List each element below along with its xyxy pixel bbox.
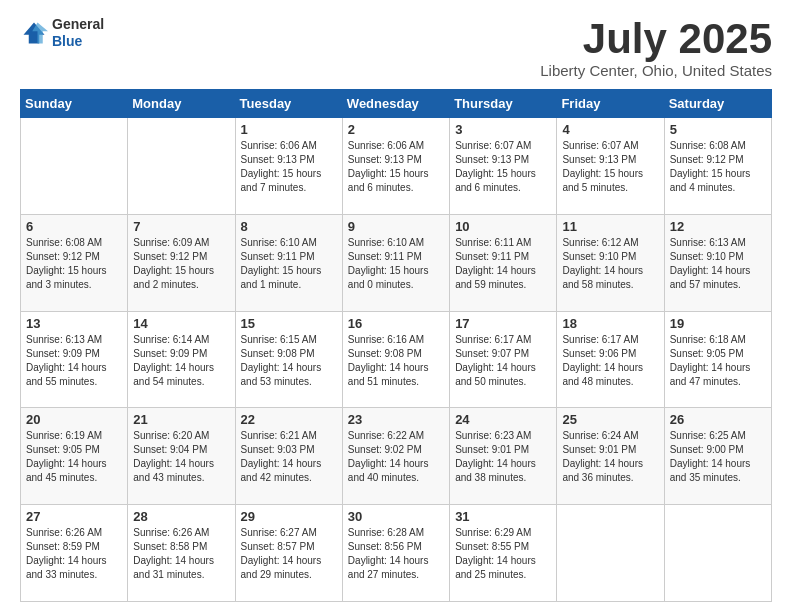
calendar-cell: 11Sunrise: 6:12 AM Sunset: 9:10 PM Dayli…: [557, 214, 664, 311]
header: General Blue July 2025 Liberty Center, O…: [20, 16, 772, 79]
day-number: 17: [455, 316, 551, 331]
day-number: 2: [348, 122, 444, 137]
calendar-cell: 30Sunrise: 6:28 AM Sunset: 8:56 PM Dayli…: [342, 505, 449, 602]
weekday-header-friday: Friday: [557, 90, 664, 118]
cell-content: Sunrise: 6:10 AM Sunset: 9:11 PM Dayligh…: [348, 236, 444, 292]
weekday-header-thursday: Thursday: [450, 90, 557, 118]
day-number: 15: [241, 316, 337, 331]
day-number: 29: [241, 509, 337, 524]
cell-content: Sunrise: 6:17 AM Sunset: 9:06 PM Dayligh…: [562, 333, 658, 389]
cell-content: Sunrise: 6:13 AM Sunset: 9:09 PM Dayligh…: [26, 333, 122, 389]
logo-text: General Blue: [52, 16, 104, 50]
week-row-4: 27Sunrise: 6:26 AM Sunset: 8:59 PM Dayli…: [21, 505, 772, 602]
title-block: July 2025 Liberty Center, Ohio, United S…: [540, 16, 772, 79]
day-number: 12: [670, 219, 766, 234]
cell-content: Sunrise: 6:24 AM Sunset: 9:01 PM Dayligh…: [562, 429, 658, 485]
day-number: 9: [348, 219, 444, 234]
cell-content: Sunrise: 6:11 AM Sunset: 9:11 PM Dayligh…: [455, 236, 551, 292]
cell-content: Sunrise: 6:10 AM Sunset: 9:11 PM Dayligh…: [241, 236, 337, 292]
cell-content: Sunrise: 6:17 AM Sunset: 9:07 PM Dayligh…: [455, 333, 551, 389]
calendar-cell: 27Sunrise: 6:26 AM Sunset: 8:59 PM Dayli…: [21, 505, 128, 602]
cell-content: Sunrise: 6:14 AM Sunset: 9:09 PM Dayligh…: [133, 333, 229, 389]
cell-content: Sunrise: 6:16 AM Sunset: 9:08 PM Dayligh…: [348, 333, 444, 389]
calendar-cell: 15Sunrise: 6:15 AM Sunset: 9:08 PM Dayli…: [235, 311, 342, 408]
calendar-cell: [557, 505, 664, 602]
cell-content: Sunrise: 6:20 AM Sunset: 9:04 PM Dayligh…: [133, 429, 229, 485]
calendar-cell: 24Sunrise: 6:23 AM Sunset: 9:01 PM Dayli…: [450, 408, 557, 505]
cell-content: Sunrise: 6:26 AM Sunset: 8:58 PM Dayligh…: [133, 526, 229, 582]
day-number: 5: [670, 122, 766, 137]
calendar-cell: 23Sunrise: 6:22 AM Sunset: 9:02 PM Dayli…: [342, 408, 449, 505]
day-number: 14: [133, 316, 229, 331]
day-number: 11: [562, 219, 658, 234]
cell-content: Sunrise: 6:28 AM Sunset: 8:56 PM Dayligh…: [348, 526, 444, 582]
day-number: 20: [26, 412, 122, 427]
week-row-3: 20Sunrise: 6:19 AM Sunset: 9:05 PM Dayli…: [21, 408, 772, 505]
calendar-cell: 19Sunrise: 6:18 AM Sunset: 9:05 PM Dayli…: [664, 311, 771, 408]
cell-content: Sunrise: 6:29 AM Sunset: 8:55 PM Dayligh…: [455, 526, 551, 582]
weekday-header-wednesday: Wednesday: [342, 90, 449, 118]
day-number: 16: [348, 316, 444, 331]
calendar-cell: 10Sunrise: 6:11 AM Sunset: 9:11 PM Dayli…: [450, 214, 557, 311]
cell-content: Sunrise: 6:08 AM Sunset: 9:12 PM Dayligh…: [670, 139, 766, 195]
cell-content: Sunrise: 6:15 AM Sunset: 9:08 PM Dayligh…: [241, 333, 337, 389]
cell-content: Sunrise: 6:06 AM Sunset: 9:13 PM Dayligh…: [348, 139, 444, 195]
calendar-cell: 4Sunrise: 6:07 AM Sunset: 9:13 PM Daylig…: [557, 118, 664, 215]
cell-content: Sunrise: 6:27 AM Sunset: 8:57 PM Dayligh…: [241, 526, 337, 582]
weekday-header-saturday: Saturday: [664, 90, 771, 118]
calendar-cell: [128, 118, 235, 215]
day-number: 22: [241, 412, 337, 427]
calendar-cell: 7Sunrise: 6:09 AM Sunset: 9:12 PM Daylig…: [128, 214, 235, 311]
calendar-cell: 22Sunrise: 6:21 AM Sunset: 9:03 PM Dayli…: [235, 408, 342, 505]
cell-content: Sunrise: 6:26 AM Sunset: 8:59 PM Dayligh…: [26, 526, 122, 582]
day-number: 18: [562, 316, 658, 331]
calendar-cell: 26Sunrise: 6:25 AM Sunset: 9:00 PM Dayli…: [664, 408, 771, 505]
day-number: 4: [562, 122, 658, 137]
logo-blue: Blue: [52, 33, 104, 50]
calendar-cell: 16Sunrise: 6:16 AM Sunset: 9:08 PM Dayli…: [342, 311, 449, 408]
logo-general: General: [52, 16, 104, 33]
cell-content: Sunrise: 6:18 AM Sunset: 9:05 PM Dayligh…: [670, 333, 766, 389]
day-number: 13: [26, 316, 122, 331]
calendar-cell: 29Sunrise: 6:27 AM Sunset: 8:57 PM Dayli…: [235, 505, 342, 602]
day-number: 30: [348, 509, 444, 524]
calendar-cell: 17Sunrise: 6:17 AM Sunset: 9:07 PM Dayli…: [450, 311, 557, 408]
calendar-cell: 12Sunrise: 6:13 AM Sunset: 9:10 PM Dayli…: [664, 214, 771, 311]
day-number: 28: [133, 509, 229, 524]
day-number: 3: [455, 122, 551, 137]
page: General Blue July 2025 Liberty Center, O…: [0, 0, 792, 612]
calendar-cell: 1Sunrise: 6:06 AM Sunset: 9:13 PM Daylig…: [235, 118, 342, 215]
calendar-cell: 2Sunrise: 6:06 AM Sunset: 9:13 PM Daylig…: [342, 118, 449, 215]
week-row-1: 6Sunrise: 6:08 AM Sunset: 9:12 PM Daylig…: [21, 214, 772, 311]
day-number: 27: [26, 509, 122, 524]
cell-content: Sunrise: 6:22 AM Sunset: 9:02 PM Dayligh…: [348, 429, 444, 485]
calendar-cell: 21Sunrise: 6:20 AM Sunset: 9:04 PM Dayli…: [128, 408, 235, 505]
cell-content: Sunrise: 6:06 AM Sunset: 9:13 PM Dayligh…: [241, 139, 337, 195]
day-number: 1: [241, 122, 337, 137]
day-number: 25: [562, 412, 658, 427]
calendar-cell: 8Sunrise: 6:10 AM Sunset: 9:11 PM Daylig…: [235, 214, 342, 311]
calendar-cell: [21, 118, 128, 215]
calendar-cell: 18Sunrise: 6:17 AM Sunset: 9:06 PM Dayli…: [557, 311, 664, 408]
day-number: 7: [133, 219, 229, 234]
day-number: 6: [26, 219, 122, 234]
weekday-header-tuesday: Tuesday: [235, 90, 342, 118]
cell-content: Sunrise: 6:13 AM Sunset: 9:10 PM Dayligh…: [670, 236, 766, 292]
weekday-header-monday: Monday: [128, 90, 235, 118]
week-row-2: 13Sunrise: 6:13 AM Sunset: 9:09 PM Dayli…: [21, 311, 772, 408]
logo-icon: [20, 19, 48, 47]
cell-content: Sunrise: 6:07 AM Sunset: 9:13 PM Dayligh…: [455, 139, 551, 195]
cell-content: Sunrise: 6:08 AM Sunset: 9:12 PM Dayligh…: [26, 236, 122, 292]
calendar-cell: 28Sunrise: 6:26 AM Sunset: 8:58 PM Dayli…: [128, 505, 235, 602]
calendar-cell: 5Sunrise: 6:08 AM Sunset: 9:12 PM Daylig…: [664, 118, 771, 215]
day-number: 23: [348, 412, 444, 427]
cell-content: Sunrise: 6:07 AM Sunset: 9:13 PM Dayligh…: [562, 139, 658, 195]
day-number: 21: [133, 412, 229, 427]
day-number: 10: [455, 219, 551, 234]
calendar-cell: 31Sunrise: 6:29 AM Sunset: 8:55 PM Dayli…: [450, 505, 557, 602]
day-number: 24: [455, 412, 551, 427]
calendar-cell: 25Sunrise: 6:24 AM Sunset: 9:01 PM Dayli…: [557, 408, 664, 505]
day-number: 19: [670, 316, 766, 331]
cell-content: Sunrise: 6:12 AM Sunset: 9:10 PM Dayligh…: [562, 236, 658, 292]
calendar-cell: 3Sunrise: 6:07 AM Sunset: 9:13 PM Daylig…: [450, 118, 557, 215]
